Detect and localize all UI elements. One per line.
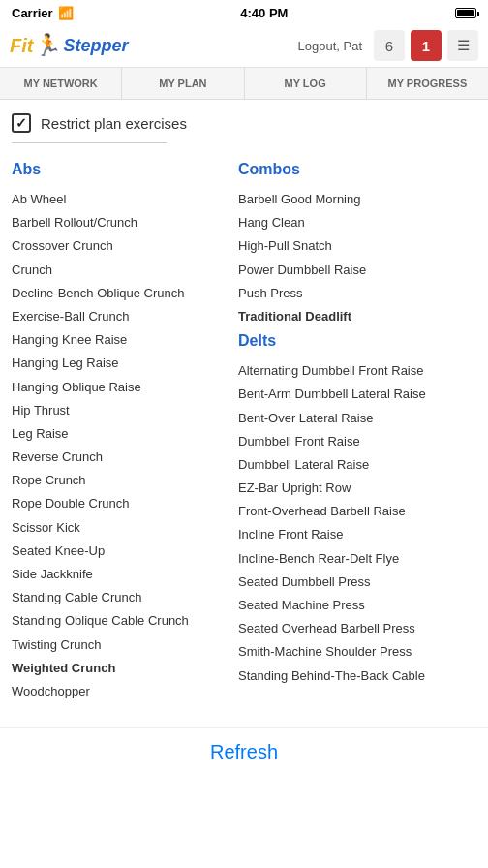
right-column: CombosBarbell Good MorningHang CleanHigh…: [234, 157, 476, 703]
abs-column: Abs Ab WheelBarbell Rollout/CrunchCrosso…: [12, 157, 234, 703]
battery-icon: [455, 8, 476, 18]
exercise-columns: Abs Ab WheelBarbell Rollout/CrunchCrosso…: [12, 157, 476, 703]
list-item[interactable]: Seated Machine Press: [238, 594, 476, 617]
tab-my-network[interactable]: MY NETWORK: [0, 68, 122, 99]
header-right: Logout, Pat 6 1 ☰: [292, 30, 479, 61]
list-item[interactable]: Crunch: [12, 259, 227, 282]
list-item[interactable]: Smith-Machine Shoulder Press: [238, 640, 476, 664]
logout-button[interactable]: Logout, Pat: [292, 35, 369, 57]
list-item[interactable]: Standing Oblique Cable Crunch: [12, 609, 227, 633]
list-item[interactable]: Reverse Crunch: [12, 446, 227, 469]
list-item[interactable]: Power Dumbbell Raise: [238, 259, 476, 282]
list-item[interactable]: Seated Dumbbell Press: [238, 571, 476, 594]
logo-icon: 🏃: [35, 33, 61, 58]
list-item[interactable]: Push Press: [238, 282, 476, 305]
delts-category-title: Delts: [238, 332, 476, 350]
list-item[interactable]: Standing Cable Crunch: [12, 586, 227, 609]
logo-fit: Fit: [10, 35, 33, 57]
abs-category-title: Abs: [12, 161, 227, 178]
restrict-row: ✓ Restrict plan exercises: [12, 113, 476, 133]
list-item[interactable]: Ab Wheel: [12, 188, 227, 211]
wifi-icon: 📶: [58, 6, 74, 20]
list-item[interactable]: Incline Front Raise: [238, 523, 476, 546]
combos-category-title: Combos: [238, 161, 476, 178]
list-item[interactable]: Rope Double Crunch: [12, 492, 227, 515]
list-item[interactable]: Alternating Dumbbell Front Raise: [238, 359, 476, 383]
list-item[interactable]: Barbell Rollout/Crunch: [12, 211, 227, 234]
list-item[interactable]: Seated Knee-Up: [12, 540, 227, 563]
list-item[interactable]: Decline-Bench Oblique Crunch: [12, 282, 227, 305]
list-item[interactable]: Hanging Oblique Raise: [12, 376, 227, 399]
list-item[interactable]: Side Jackknife: [12, 563, 227, 586]
notification-button[interactable]: 6: [374, 30, 405, 61]
right-categories: CombosBarbell Good MorningHang CleanHigh…: [238, 161, 476, 688]
list-item[interactable]: Leg Raise: [12, 422, 227, 446]
list-item[interactable]: Scissor Kick: [12, 516, 227, 540]
carrier-label: Carrier: [12, 6, 53, 20]
list-item[interactable]: Bent-Over Lateral Raise: [238, 407, 476, 430]
list-item[interactable]: Exercise-Ball Crunch: [12, 305, 227, 328]
active-count-button[interactable]: 1: [411, 30, 442, 61]
nav-tabs: MY NETWORK MY PLAN MY LOG MY PROGRESS: [0, 68, 488, 100]
tab-my-progress[interactable]: MY PROGRESS: [367, 68, 488, 99]
list-item[interactable]: Bent-Arm Dumbbell Lateral Raise: [238, 383, 476, 406]
list-item[interactable]: Twisting Crunch: [12, 634, 227, 657]
list-item[interactable]: Woodchopper: [12, 680, 227, 703]
list-item[interactable]: Dumbbell Lateral Raise: [238, 453, 476, 477]
restrict-label: Restrict plan exercises: [41, 115, 187, 132]
time-label: 4:40 PM: [240, 6, 288, 20]
checkmark-icon: ✓: [15, 115, 27, 131]
list-item[interactable]: High-Pull Snatch: [238, 234, 476, 258]
list-item[interactable]: Traditional Deadlift: [238, 305, 476, 328]
list-item[interactable]: Rope Crunch: [12, 469, 227, 492]
list-item[interactable]: Seated Overhead Barbell Press: [238, 617, 476, 640]
status-bar: Carrier 📶 4:40 PM: [0, 0, 488, 24]
list-item[interactable]: Hanging Knee Raise: [12, 328, 227, 352]
list-item[interactable]: Incline-Bench Rear-Delt Flye: [238, 547, 476, 571]
tab-my-log[interactable]: MY LOG: [245, 68, 367, 99]
abs-exercise-list: Ab WheelBarbell Rollout/CrunchCrossover …: [12, 188, 227, 703]
list-item[interactable]: Crossover Crunch: [12, 234, 227, 258]
list-item[interactable]: Barbell Good Morning: [238, 188, 476, 211]
restrict-checkbox[interactable]: ✓: [12, 113, 31, 133]
tab-my-plan[interactable]: MY PLAN: [122, 68, 244, 99]
list-item[interactable]: Standing Behind-The-Back Cable: [238, 665, 476, 688]
app-header: Fit 🏃 Stepper Logout, Pat 6 1 ☰: [0, 24, 488, 68]
main-content: ✓ Restrict plan exercises Abs Ab WheelBa…: [0, 100, 488, 717]
list-item[interactable]: Hip Thrust: [12, 399, 227, 422]
list-item[interactable]: Hang Clean: [238, 211, 476, 234]
list-item[interactable]: Hanging Leg Raise: [12, 352, 227, 375]
logo-stepper: Stepper: [63, 36, 128, 56]
refresh-button[interactable]: Refresh: [0, 727, 488, 777]
list-item[interactable]: Weighted Crunch: [12, 657, 227, 680]
menu-button[interactable]: ☰: [447, 30, 478, 61]
list-item[interactable]: EZ-Bar Upright Row: [238, 477, 476, 500]
list-item[interactable]: Front-Overhead Barbell Raise: [238, 500, 476, 523]
divider: [12, 142, 167, 143]
list-item[interactable]: Dumbbell Front Raise: [238, 430, 476, 453]
logo: Fit 🏃 Stepper: [10, 33, 128, 58]
